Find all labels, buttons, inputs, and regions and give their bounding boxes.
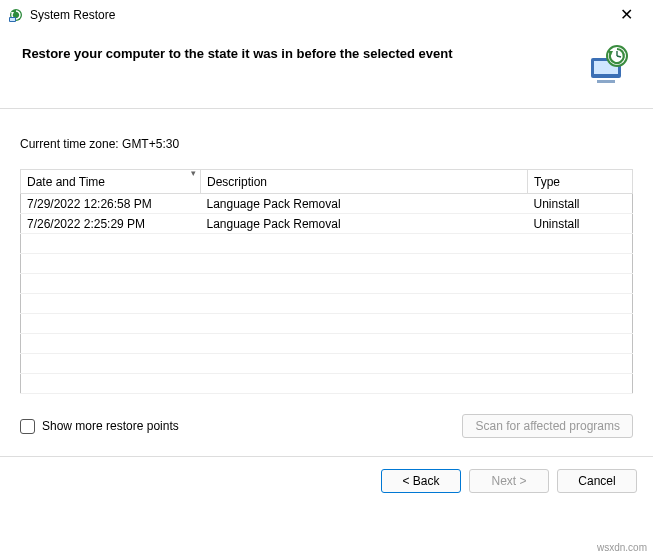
cell-desc: [201, 334, 528, 354]
svg-rect-6: [597, 80, 615, 83]
cell-desc: [201, 314, 528, 334]
wizard-footer: < Back Next > Cancel: [0, 457, 653, 493]
titlebar: System Restore ✕: [0, 0, 653, 30]
table-header-row: Date and Time ▾ Description Type: [21, 170, 633, 194]
cell-date: 7/29/2022 12:26:58 PM: [21, 194, 201, 214]
cell-type: [528, 254, 633, 274]
cell-type: [528, 234, 633, 254]
show-more-checkbox[interactable]: Show more restore points: [20, 419, 179, 434]
back-button[interactable]: < Back: [381, 469, 461, 493]
restore-hero-icon: [587, 44, 631, 84]
cell-date: 7/26/2022 2:25:29 PM: [21, 214, 201, 234]
cell-desc: Language Pack Removal: [201, 214, 528, 234]
cell-desc: [201, 354, 528, 374]
col-header-date-label: Date and Time: [27, 175, 105, 189]
cell-date: [21, 334, 201, 354]
cell-desc: [201, 374, 528, 394]
next-button[interactable]: Next >: [469, 469, 549, 493]
watermark: wsxdn.com: [597, 542, 647, 553]
svg-line-10: [617, 56, 621, 57]
cell-type: [528, 374, 633, 394]
cell-date: [21, 234, 201, 254]
cell-date: [21, 354, 201, 374]
table-row: [21, 314, 633, 334]
table-row: [21, 234, 633, 254]
wizard-heading: Restore your computer to the state it wa…: [22, 44, 453, 61]
cell-date: [21, 294, 201, 314]
sort-indicator-icon: ▾: [191, 168, 196, 178]
cell-type: [528, 334, 633, 354]
wizard-header: Restore your computer to the state it wa…: [0, 30, 653, 108]
cell-type: [528, 294, 633, 314]
cell-desc: [201, 294, 528, 314]
system-restore-icon: [8, 7, 24, 23]
cell-type: Uninstall: [528, 214, 633, 234]
table-row: [21, 374, 633, 394]
checkbox-box-icon[interactable]: [20, 419, 35, 434]
show-more-label: Show more restore points: [42, 419, 179, 433]
cell-desc: [201, 234, 528, 254]
col-header-type[interactable]: Type: [528, 170, 633, 194]
cell-date: [21, 274, 201, 294]
cell-date: [21, 314, 201, 334]
table-row: [21, 254, 633, 274]
table-row: [21, 334, 633, 354]
cancel-button[interactable]: Cancel: [557, 469, 637, 493]
table-row: [21, 294, 633, 314]
col-header-date[interactable]: Date and Time ▾: [21, 170, 201, 194]
window-title: System Restore: [30, 8, 609, 22]
below-table-row: Show more restore points Scan for affect…: [20, 414, 633, 438]
cell-date: [21, 254, 201, 274]
close-icon[interactable]: ✕: [609, 5, 643, 25]
cell-date: [21, 374, 201, 394]
table-row[interactable]: 7/26/2022 2:25:29 PMLanguage Pack Remova…: [21, 214, 633, 234]
table-row: [21, 354, 633, 374]
cell-type: Uninstall: [528, 194, 633, 214]
table-row[interactable]: 7/29/2022 12:26:58 PMLanguage Pack Remov…: [21, 194, 633, 214]
col-header-description[interactable]: Description: [201, 170, 528, 194]
cell-desc: Language Pack Removal: [201, 194, 528, 214]
svg-rect-3: [10, 18, 15, 21]
cell-type: [528, 314, 633, 334]
cell-type: [528, 354, 633, 374]
cell-desc: [201, 254, 528, 274]
restore-points-table[interactable]: Date and Time ▾ Description Type 7/29/20…: [20, 169, 633, 394]
timezone-label: Current time zone: GMT+5:30: [20, 137, 633, 151]
table-row: [21, 274, 633, 294]
cell-desc: [201, 274, 528, 294]
scan-affected-button[interactable]: Scan for affected programs: [462, 414, 633, 438]
content-area: Current time zone: GMT+5:30 Date and Tim…: [0, 109, 653, 438]
cell-type: [528, 274, 633, 294]
